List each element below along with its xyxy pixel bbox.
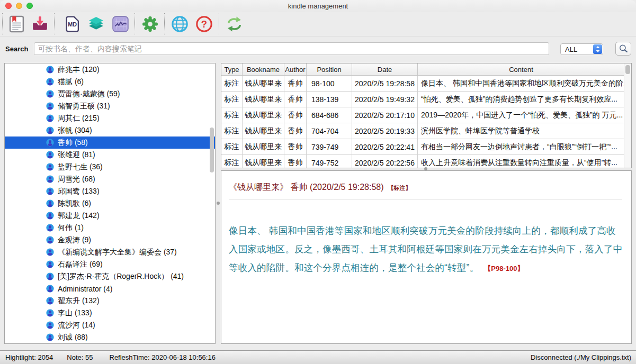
author-label: 流沙河 (14) xyxy=(58,321,95,330)
note-detail-pane: 《钱从哪里来》 香帅 (2020/2/5 19:28:58)【标注】 像日本、 … xyxy=(221,170,632,344)
table-scrollbar-thumb[interactable] xyxy=(625,65,630,74)
cell-position: 749-752 xyxy=(307,155,352,168)
author-list-item[interactable]: 金观涛 (9) xyxy=(5,234,215,246)
settings-button[interactable] xyxy=(138,13,162,34)
note-count: Note: 55 xyxy=(67,353,93,361)
table-row[interactable]: 标注钱从哪里来香帅98-1002020/2/5 19:28:58像日本、 韩国和… xyxy=(221,76,624,92)
window-title: kindle management xyxy=(0,0,636,12)
author-list-item[interactable]: [美]罗杰·R·霍克（RogerR.Hock） (41) xyxy=(5,270,215,283)
cell-bookname: 钱从哪里来 xyxy=(243,107,284,123)
author-label: 郭建龙 (142) xyxy=(58,211,100,221)
author-list-item[interactable]: 陈凯歌 (6) xyxy=(5,197,215,210)
author-label: 周雪光 (68) xyxy=(58,175,95,184)
author-label: 金观涛 (9) xyxy=(58,235,91,245)
person-icon xyxy=(46,285,54,293)
author-list-item[interactable]: 香帅 (58) xyxy=(5,136,215,149)
statistics-button[interactable] xyxy=(109,13,132,34)
search-input[interactable] xyxy=(34,42,549,55)
author-list-item[interactable]: 张帆 (304) xyxy=(5,124,215,136)
person-icon xyxy=(46,236,54,244)
author-label: 张维迎 (81) xyxy=(58,150,95,160)
close-button[interactable] xyxy=(5,3,12,9)
question-icon: ? xyxy=(195,15,213,33)
person-icon xyxy=(46,260,54,268)
column-header-type[interactable]: Type xyxy=(221,63,243,75)
refresh-button[interactable] xyxy=(222,13,246,34)
minimize-button[interactable] xyxy=(16,3,22,9)
author-label: 李山 (133) xyxy=(58,308,92,318)
vertical-splitter-handle[interactable] xyxy=(217,202,220,205)
search-button[interactable] xyxy=(615,42,631,56)
cell-type: 标注 xyxy=(221,76,243,91)
cell-author: 香帅 xyxy=(284,139,307,154)
table-row[interactable]: 标注钱从哪里来香帅684-6862020/2/5 20:17:102019—20… xyxy=(221,107,624,123)
author-list-item[interactable]: 刘诚 (88) xyxy=(5,331,215,343)
column-header-position[interactable]: Position xyxy=(307,63,352,75)
filter-select[interactable]: ALL xyxy=(560,43,603,55)
notes-button[interactable] xyxy=(5,13,28,34)
person-icon xyxy=(46,224,54,232)
sidebar-scrollbar-thumb[interactable] xyxy=(210,128,214,172)
table-row[interactable]: 标注钱从哪里来香帅138-1392020/2/5 19:49:32“怕死、爱美、… xyxy=(221,92,624,107)
detail-divider xyxy=(229,199,622,199)
author-list-item[interactable]: 《新编说文解字大全集》编委会 (37) xyxy=(5,246,215,258)
author-list-item[interactable]: 李山 (133) xyxy=(5,307,215,319)
author-list-item[interactable]: 流沙河 (14) xyxy=(5,319,215,331)
cell-author: 香帅 xyxy=(284,155,307,168)
help-button[interactable]: ? xyxy=(192,13,216,34)
author-list-item[interactable]: 周其仁 (215) xyxy=(5,112,215,124)
author-list-item[interactable]: 张维迎 (81) xyxy=(5,149,215,161)
author-list-pane: 薛兆丰 (120) 猫腻 (6) 贾雷德·戴蒙德 (59) 储智勇王硕 (31) xyxy=(4,63,216,344)
author-label: [美]罗杰·R·霍克（RogerR.Hock） (41) xyxy=(58,272,184,281)
author-list-item[interactable]: 石磊译注 (69) xyxy=(5,258,215,270)
table-row[interactable]: 标注钱从哪里来香帅739-7492020/2/5 20:22:41有相当一部分网… xyxy=(221,139,624,155)
author-list-item[interactable]: 猫腻 (6) xyxy=(5,76,215,88)
cell-position: 138-139 xyxy=(307,92,352,107)
connection-status: Disconnected (./My Clippings.txt) xyxy=(531,353,631,361)
books-button[interactable] xyxy=(84,13,108,34)
statusbar: Hightlight: 2054 Note: 55 RefleshTime: 2… xyxy=(0,350,636,364)
markdown-export-button[interactable]: MD xyxy=(60,13,83,34)
author-label: 猫腻 (6) xyxy=(58,77,84,87)
column-header-content[interactable]: Content xyxy=(418,63,624,75)
column-header-author[interactable]: Author xyxy=(284,63,307,75)
cell-position: 739-749 xyxy=(307,139,352,154)
fullscreen-button[interactable] xyxy=(26,3,33,9)
author-label: 张帆 (304) xyxy=(58,126,92,135)
table-row[interactable]: 标注钱从哪里来香帅749-7522020/2/5 20:22:56收入上升意味着… xyxy=(221,155,624,168)
md-file-icon: MD xyxy=(63,15,80,33)
cell-type: 标注 xyxy=(221,155,243,168)
person-icon xyxy=(46,309,54,317)
author-list-item[interactable]: 翟东升 (132) xyxy=(5,295,215,307)
titlebar: kindle management xyxy=(0,0,636,12)
cell-bookname: 钱从哪里来 xyxy=(243,76,284,91)
toolbar-separator xyxy=(54,13,55,34)
table-header-row: TypeBooknameAuthorPositionDateContent xyxy=(221,63,624,76)
toolbar-separator xyxy=(135,13,135,34)
person-icon xyxy=(46,175,54,183)
cell-content: “怕死、爱美、孤独”的消费趋势创造了更多有长期复利效应... xyxy=(418,92,624,107)
cell-type: 标注 xyxy=(221,92,243,107)
author-label: Administrator (4) xyxy=(58,285,112,293)
author-list-item[interactable]: 贾雷德·戴蒙德 (59) xyxy=(5,88,215,100)
author-list-item[interactable]: 郭建龙 (142) xyxy=(5,210,215,222)
cell-date: 2020/2/5 20:17:10 xyxy=(352,107,418,123)
author-list-item[interactable]: Administrator (4) xyxy=(5,283,215,295)
column-header-date[interactable]: Date xyxy=(352,63,418,75)
table-row[interactable]: 标注钱从哪里来香帅704-7042020/2/5 20:19:33滨州医学院、蚌… xyxy=(221,123,624,139)
author-list-item[interactable]: 储智勇王硕 (31) xyxy=(5,100,215,112)
person-icon xyxy=(46,90,54,98)
author-list-item[interactable]: 邱国鹭 (133) xyxy=(5,185,215,197)
import-button[interactable] xyxy=(28,13,51,34)
person-icon xyxy=(46,163,54,171)
author-list-item[interactable]: 薛兆丰 (120) xyxy=(5,63,215,76)
svg-text:MD: MD xyxy=(68,21,77,28)
table-scrollbar-track[interactable] xyxy=(624,63,631,168)
website-button[interactable] xyxy=(168,13,191,34)
author-list-item[interactable]: 周雪光 (68) xyxy=(5,173,215,185)
author-list-item[interactable]: 盐野七生 (36) xyxy=(5,161,215,173)
column-header-bookname[interactable]: Bookname xyxy=(243,63,284,75)
author-list-item[interactable]: 何伟 (1) xyxy=(5,222,215,234)
sync-icon xyxy=(226,15,243,33)
author-label: 周其仁 (215) xyxy=(58,114,100,123)
